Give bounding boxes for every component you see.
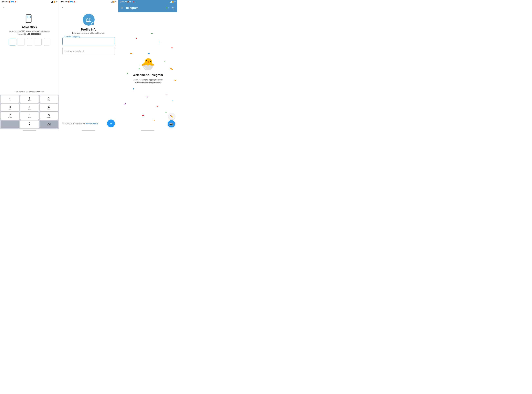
sync-indicator xyxy=(168,7,169,9)
confetti-particle xyxy=(170,68,173,70)
battery-label: 76 xyxy=(56,1,57,3)
back-button-panel1[interactable]: ← xyxy=(1,5,7,10)
keyboard-row-4: 0+ ⌫ xyxy=(0,120,59,129)
more-icon-3: ··· xyxy=(135,1,136,3)
dnd-icon-2: 🔕 xyxy=(68,1,70,3)
keyboard-row-3: 7PQRS 8TUV 9WXYZ xyxy=(0,111,59,120)
camera-icon xyxy=(86,18,91,22)
welcome-description: Start messaging by tapping the pencil bu… xyxy=(131,78,164,84)
confetti-particle xyxy=(172,100,173,101)
chick-emoji: 🐣 xyxy=(141,57,155,71)
key-1[interactable]: 1 xyxy=(1,95,19,103)
profile-info-description: Enter your name and add a profile photo. xyxy=(72,32,105,34)
key-0[interactable]: 0+ xyxy=(20,120,39,128)
compose-button[interactable]: ✏️ xyxy=(168,113,175,119)
enter-code-panel: 上午11:44 🔕 ✈ ··· 📶 76 ← ··· Enter cod xyxy=(0,0,59,131)
key-4[interactable]: 4GHI xyxy=(1,104,19,111)
wifi-icon-3: 📶 xyxy=(172,1,174,3)
add-photo-button[interactable]: + xyxy=(83,14,94,26)
code-box-2[interactable] xyxy=(18,39,25,46)
arrow-right-icon: → xyxy=(109,121,113,126)
confetti-particle xyxy=(157,106,158,107)
confetti-particle xyxy=(154,120,155,121)
profile-info-title: Profile info xyxy=(81,28,96,31)
confetti-particle xyxy=(133,88,134,89)
status-bar-panel1: 上午11:44 🔕 ✈ ··· 📶 76 xyxy=(0,0,59,4)
wifi-icon: 📶 xyxy=(54,1,55,3)
key-3[interactable]: 3DEF xyxy=(40,95,58,103)
more-icon: ··· xyxy=(16,1,18,3)
confetti-particle xyxy=(124,103,126,104)
confetti-particle xyxy=(148,53,150,54)
numeric-keyboard: 1 2ABC 3DEF 4GHI 5JKL 6MNO 7PQRS 8TUV 9W… xyxy=(0,94,59,129)
key-7[interactable]: 7PQRS xyxy=(1,112,19,120)
notification-dot-blue-2 xyxy=(72,1,73,2)
key-6[interactable]: 6MNO xyxy=(40,104,58,111)
keyboard-row-1: 1 2ABC 3DEF xyxy=(0,94,59,103)
telegram-status-icon: ✈ xyxy=(11,1,13,3)
status-left-2: 上午11:44 🔕 ✈ ··· xyxy=(61,1,77,3)
key-8[interactable]: 8TUV xyxy=(20,112,39,120)
key-empty xyxy=(1,120,19,128)
header-status-dots xyxy=(166,7,169,9)
home-indicator-2 xyxy=(82,130,95,131)
confetti-particle xyxy=(160,41,160,42)
hamburger-menu-icon[interactable]: ☰ xyxy=(121,6,123,10)
wifi-icon-2: 📶 xyxy=(113,1,115,3)
code-box-5[interactable] xyxy=(43,39,50,46)
first-name-input[interactable] xyxy=(63,37,115,45)
enter-code-description: We've sent an SMS with an activation cod… xyxy=(8,30,51,35)
terms-text: By signing up, you agree to the Terms of… xyxy=(63,122,98,125)
status-right-2: 📶 76 xyxy=(111,1,117,3)
status-dot-3b xyxy=(133,1,134,2)
battery-label-2: 76 xyxy=(115,1,117,3)
plus-badge: + xyxy=(91,22,94,25)
key-delete[interactable]: ⌫ xyxy=(40,120,58,128)
back-arrow-icon: ← xyxy=(2,5,5,9)
camera-button[interactable]: 📷 xyxy=(168,120,175,127)
panel1-content: ··· Enter code We've sent an SMS with an… xyxy=(0,11,59,94)
svg-text:✈: ✈ xyxy=(130,1,130,2)
terms-link[interactable]: Terms of Service. xyxy=(86,123,98,124)
code-box-1[interactable] xyxy=(9,39,16,46)
camera-fab-icon: 📷 xyxy=(169,122,173,126)
code-input-group xyxy=(9,39,50,46)
welcome-title: Welcome to Telegram xyxy=(133,73,163,77)
keyboard-row-2: 4GHI 5JKL 6MNO xyxy=(0,103,59,111)
phone-sms-icon: ··· xyxy=(24,14,35,23)
confetti-particle xyxy=(142,115,144,116)
code-box-4[interactable] xyxy=(35,39,42,46)
key-9[interactable]: 9WXYZ xyxy=(40,112,58,120)
confetti-particle xyxy=(164,61,165,62)
status-left-3: 上午11:46 🔕 ✈ ··· xyxy=(120,1,136,3)
code-box-3[interactable] xyxy=(26,39,33,46)
confetti-particle xyxy=(127,73,128,74)
dnd-icon: 🔕 xyxy=(9,1,10,3)
first-name-label: First name (required) xyxy=(64,36,80,38)
time-panel3: 上午11:46 xyxy=(120,1,127,3)
svg-point-7 xyxy=(88,19,89,21)
next-button[interactable]: → xyxy=(107,119,115,127)
home-indicator-3 xyxy=(141,130,154,131)
home-indicator-1 xyxy=(23,130,36,131)
svg-text:✈: ✈ xyxy=(11,1,12,2)
back-arrow-icon-2: ← xyxy=(62,5,64,9)
last-name-input[interactable] xyxy=(63,47,115,55)
dnd-icon-3: 🔕 xyxy=(127,1,129,3)
status-right-3: 📶 76 xyxy=(170,1,176,3)
confetti-particle xyxy=(166,112,167,113)
confetti-particle xyxy=(130,53,132,54)
confetti-particle xyxy=(147,97,148,98)
telegram-header: ☰ Telegram 🔍 xyxy=(118,4,177,12)
svg-text:✈: ✈ xyxy=(71,1,71,2)
online-indicator xyxy=(166,7,167,9)
back-button-panel2[interactable]: ← xyxy=(60,5,66,10)
key-5[interactable]: 5JKL xyxy=(20,104,39,111)
notification-dot-red-2 xyxy=(74,1,75,2)
status-bar-panel2: 上午11:44 🔕 ✈ ··· 📶 76 xyxy=(59,0,118,4)
voice-call-text: You can request a voice call in 1:53 xyxy=(15,91,44,93)
confetti-particle xyxy=(167,94,167,95)
key-2[interactable]: 2ABC xyxy=(20,95,39,103)
search-button[interactable]: 🔍 xyxy=(172,6,175,10)
signal-icon xyxy=(51,1,53,3)
